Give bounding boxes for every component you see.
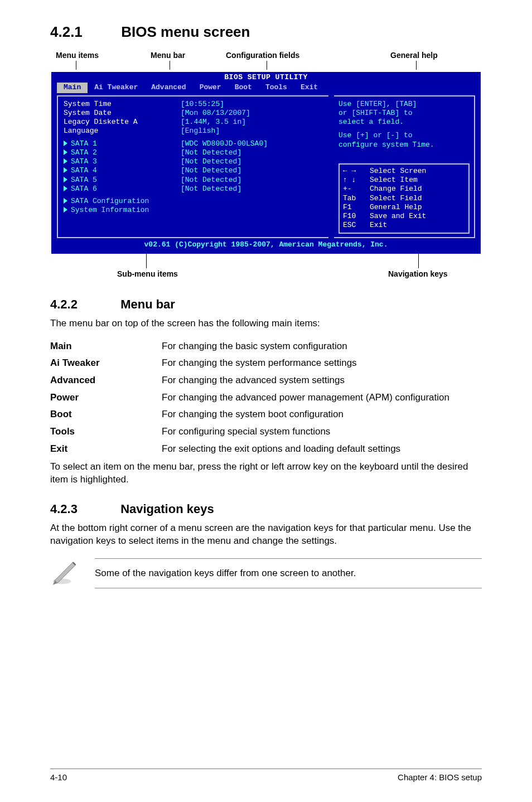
def-row-power: Power For changing the advanced power ma…: [50, 389, 482, 407]
def-term: Tools: [50, 423, 162, 441]
bios-row-legacy-diskette[interactable]: Legacy Diskette A [1.44M, 3.5 in]: [64, 118, 326, 127]
bios-val: [1.44M, 3.5 in]: [181, 118, 326, 127]
bios-row-system-time[interactable]: System Time [10:55:25]: [64, 100, 326, 109]
bios-nav-keys-box: Select Screen Select Item +-Change Field…: [338, 163, 470, 234]
bios-key: SATA 2: [71, 148, 97, 157]
arrows-ud-icon: [343, 176, 370, 185]
nav-label: Select Field: [370, 194, 422, 203]
page-footer: 4-10 Chapter 4: BIOS setup: [50, 769, 482, 782]
bios-tab-advanced[interactable]: Advanced: [144, 83, 192, 93]
bios-tab-main[interactable]: Main: [57, 83, 88, 93]
bios-row-system-date[interactable]: System Date [Mon 08/13/2007]: [64, 109, 326, 118]
def-term: Power: [50, 389, 162, 407]
bios-val: [10:55:25]: [181, 100, 326, 109]
callout-menu-bar: Menu bar: [151, 51, 185, 60]
def-term: Main: [50, 338, 162, 355]
def-row-advanced: Advanced For changing the advanced syste…: [50, 372, 482, 389]
submenu-arrow-icon: [64, 141, 67, 146]
nav-key: Tab: [343, 194, 370, 203]
bios-left-pane: System Time [10:55:25] System Date [Mon …: [57, 95, 328, 238]
callout-tick: [418, 254, 419, 268]
pencil-note-icon: [50, 558, 79, 589]
menubar-intro: The menu bar on top of the screen has th…: [50, 317, 482, 330]
callout-tick: [267, 61, 267, 70]
callout-tick: [146, 254, 147, 268]
bios-screenshot: BIOS SETUP UTILITY Main Ai Tweaker Advan…: [51, 72, 481, 254]
bios-row-language[interactable]: Language [English]: [64, 127, 326, 136]
submenu-arrow-icon: [64, 177, 67, 182]
heading-title: Navigation keys: [120, 502, 214, 516]
bios-tab-exit[interactable]: Exit: [294, 83, 325, 93]
def-row-tools: Tools For configuring special system fun…: [50, 423, 482, 441]
bios-help-top: Use [ENTER], [TAB] or [SHIFT-TAB] to sel…: [338, 100, 470, 149]
note-text: Some of the navigation keys differ from …: [95, 558, 482, 588]
bios-footer: v02.61 (C)Copyright 1985-2007, American …: [51, 238, 481, 249]
nav-key: +-: [343, 185, 370, 194]
bios-val: [WDC WD800JD-00LSA0]: [181, 139, 326, 148]
nav-label: Change Field: [370, 185, 422, 194]
submenu-arrow-icon: [64, 149, 67, 155]
nav-label: Select Item: [370, 176, 418, 185]
bios-key: SATA 3: [71, 157, 97, 166]
bios-key: SATA 1: [71, 139, 97, 148]
bios-tab-boot[interactable]: Boot: [228, 83, 259, 93]
heading-4-2-1: 4.2.1 BIOS menu screen: [50, 23, 482, 41]
bios-row-sata6[interactable]: SATA 6 [Not Detected]: [64, 185, 326, 194]
bios-val: [English]: [181, 127, 326, 136]
submenu-arrow-icon: [64, 158, 67, 164]
bios-row-system-info[interactable]: System Information: [64, 206, 326, 215]
callout-tick: [416, 61, 417, 70]
callout-tick: [170, 61, 170, 70]
bios-val: [Not Detected]: [181, 157, 326, 166]
bios-tab-power[interactable]: Power: [193, 83, 228, 93]
heading-4-2-2: 4.2.2 Menu bar: [50, 297, 482, 312]
bios-key: SATA 4: [71, 166, 97, 175]
def-term: Exit: [50, 441, 162, 458]
def-term: Ai Tweaker: [50, 355, 162, 372]
submenu-arrow-icon: [64, 198, 67, 204]
bios-val: [Mon 08/13/2007]: [181, 109, 326, 118]
def-row-main: Main For changing the basic system confi…: [50, 338, 482, 355]
def-desc: For changing the advanced system setting…: [162, 372, 482, 389]
help-line: Use [+] or [-] to: [338, 131, 470, 140]
bios-row-sata5[interactable]: SATA 5 [Not Detected]: [64, 176, 326, 185]
callout-config-fields: Configuration fields: [226, 51, 299, 60]
bios-row-sata4[interactable]: SATA 4 [Not Detected]: [64, 166, 326, 175]
bios-val: [Not Detected]: [181, 176, 326, 185]
callout-submenu-items: Sub-menu items: [117, 269, 178, 278]
def-desc: For changing the system performance sett…: [162, 355, 482, 372]
heading-title: Menu bar: [120, 297, 175, 311]
help-line: Use [ENTER], [TAB]: [338, 100, 470, 109]
def-desc: For changing the advanced power manageme…: [162, 389, 482, 407]
heading-num: 4.2.1: [50, 23, 117, 41]
def-term: Advanced: [50, 372, 162, 389]
nav-label: Select Screen: [370, 167, 426, 176]
bios-top-callouts: Menu items Menu bar Configuration fields…: [50, 51, 482, 72]
submenu-arrow-icon: [64, 186, 67, 191]
arrows-lr-icon: [343, 167, 370, 176]
bios-title: BIOS SETUP UTILITY: [51, 72, 481, 83]
nav-key: F1: [343, 203, 370, 212]
bios-val: [Not Detected]: [181, 166, 326, 175]
bios-val: [Not Detected]: [181, 148, 326, 157]
bios-key: Language: [64, 127, 181, 136]
bios-row-sata1[interactable]: SATA 1 [WDC WD800JD-00LSA0]: [64, 139, 326, 148]
menubar-outro: To select an item on the menu bar, press…: [50, 461, 482, 486]
bios-key: SATA 6: [71, 185, 97, 193]
bios-row-sata-config[interactable]: SATA Configuration: [64, 197, 326, 206]
nav-label: General Help: [370, 203, 422, 212]
bios-key: Legacy Diskette A: [64, 118, 181, 127]
callout-menu-items: Menu items: [56, 51, 99, 60]
bios-row-sata3[interactable]: SATA 3 [Not Detected]: [64, 157, 326, 166]
nav-key: ESC: [343, 221, 370, 230]
bios-key: System Time: [64, 100, 181, 109]
bios-tab-tools[interactable]: Tools: [259, 83, 294, 93]
submenu-arrow-icon: [64, 207, 67, 212]
heading-title: BIOS menu screen: [121, 23, 250, 40]
chapter-label: Chapter 4: BIOS setup: [398, 772, 482, 782]
bios-key: SATA Configuration: [71, 197, 149, 205]
def-desc: For configuring special system functions: [162, 423, 482, 441]
bios-row-sata2[interactable]: SATA 2 [Not Detected]: [64, 148, 326, 157]
bios-tab-ai-tweaker[interactable]: Ai Tweaker: [88, 83, 144, 93]
heading-4-2-3: 4.2.3 Navigation keys: [50, 502, 482, 516]
